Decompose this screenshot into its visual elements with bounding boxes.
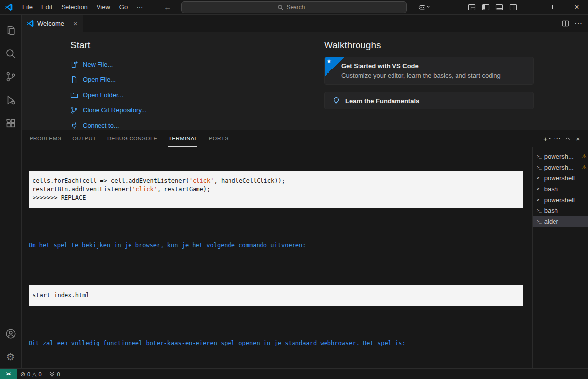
chevron-down-icon [427, 5, 430, 8]
panel-tab-debug-console[interactable]: DEBUG CONSOLE [107, 130, 157, 147]
menu-selection[interactable]: Selection [57, 0, 92, 14]
terminal-item-powershell-1[interactable]: >_ powersh... ⚠ [533, 151, 588, 162]
search-icon [277, 4, 284, 11]
plug-icon [70, 122, 78, 130]
start-item-label: Connect to... [83, 122, 119, 129]
warnings-icon: △ [32, 371, 36, 378]
search-sidebar-icon[interactable] [0, 42, 22, 65]
terminal-icon: >_ [537, 219, 541, 224]
close-button[interactable]: × [565, 0, 588, 15]
terminal-icon: >_ [537, 208, 541, 213]
toggle-primary-sidebar-icon[interactable] [479, 0, 492, 15]
warnings-count: 0 [38, 371, 41, 377]
settings-gear-icon[interactable]: ⚙ [0, 345, 22, 368]
welcome-page: Start New File... Open File... Open Fold… [22, 32, 588, 130]
terminal-item-bash-2[interactable]: >_ bash [533, 205, 588, 216]
walkthroughs-heading: Walkthroughs [324, 40, 534, 51]
terminal-output[interactable]: cells.forEach(cell => cell.addEventListe… [22, 147, 532, 368]
terminal-icon: >_ [537, 197, 541, 202]
command-center-search[interactable] [181, 1, 407, 13]
start-item-label: Clone Git Repository... [83, 106, 147, 114]
git-branch-icon [70, 106, 78, 114]
menu-view[interactable]: View [92, 0, 115, 14]
search-input[interactable] [287, 4, 311, 11]
terminal-icon: >_ [537, 175, 541, 180]
toggle-panel-icon[interactable] [492, 0, 506, 15]
radio-tower-icon [49, 371, 55, 377]
account-icon[interactable] [0, 322, 22, 345]
walkthrough-fundamentals[interactable]: Learn the Fundamentals [324, 92, 534, 109]
maximize-panel-icon[interactable] [562, 133, 573, 144]
walkthrough-get-started[interactable]: ★ Get Started with VS Code Customize you… [324, 57, 534, 85]
toggle-secondary-sidebar-icon[interactable] [506, 0, 520, 15]
terminal-item-powershell-3[interactable]: >_ powershell [533, 172, 588, 183]
run-debug-icon[interactable] [0, 88, 22, 111]
minimize-button[interactable] [520, 0, 543, 15]
activity-bar: ⚙ [0, 15, 22, 368]
titlebar: File Edit Selection View Go ⋯ ← → × [0, 0, 588, 15]
errors-count: 0 [27, 371, 30, 377]
tab-welcome[interactable]: Welcome × [22, 15, 83, 32]
menu-go[interactable]: Go [115, 0, 132, 14]
clone-repo-link[interactable]: Clone Git Repository... [70, 103, 282, 118]
connect-to-link[interactable]: Connect to... [70, 118, 282, 130]
maximize-button[interactable] [543, 0, 565, 15]
close-panel-icon[interactable]: × [573, 133, 583, 144]
open-file-icon [70, 76, 78, 84]
panel-tab-terminal[interactable]: TERMINAL [168, 130, 197, 147]
panel-tab-ports[interactable]: PORTS [209, 130, 229, 147]
walkthrough-title: Learn the Fundamentals [345, 97, 419, 104]
new-file-link[interactable]: New File... [70, 57, 282, 72]
start-item-label: Open Folder... [83, 91, 123, 99]
terminal-item-aider[interactable]: >_ aider [533, 216, 588, 227]
walkthrough-subtitle: Customize your editor, learn the basics,… [341, 72, 525, 79]
menu-more-icon[interactable]: ⋯ [132, 0, 147, 14]
panel-more-actions-icon[interactable]: ⋯ [552, 133, 562, 144]
back-arrow-icon[interactable]: ← [164, 0, 171, 15]
copilot-icon[interactable] [417, 0, 430, 15]
editor-more-actions-icon[interactable]: ⋯ [572, 16, 584, 31]
menu-edit[interactable]: Edit [37, 0, 57, 14]
explorer-icon[interactable] [0, 19, 22, 42]
new-terminal-button[interactable]: + [542, 133, 552, 144]
ports-status[interactable]: 0 [45, 369, 64, 379]
customize-layout-icon[interactable] [465, 0, 479, 15]
remote-icon: >< [6, 371, 11, 377]
remote-indicator[interactable]: >< [0, 369, 17, 379]
split-editor-icon[interactable] [559, 16, 571, 31]
panel-tab-output[interactable]: OUTPUT [72, 130, 96, 147]
errors-icon: ⊘ [20, 371, 25, 378]
tab-close-icon[interactable]: × [73, 20, 78, 27]
lightbulb-icon [332, 97, 340, 104]
terminal-item-powershell-4[interactable]: >_ powershell [533, 194, 588, 205]
vscode-file-icon [27, 20, 34, 27]
terminal-message: Om het spel te bekijken in je browser, k… [29, 241, 523, 250]
start-heading: Start [70, 40, 282, 51]
problems-status[interactable]: ⊘ 0 △ 0 [17, 369, 45, 379]
tab-label: Welcome [37, 20, 64, 27]
terminal-command-block: start index.html [29, 285, 523, 306]
terminal-icon: >_ [537, 186, 541, 191]
panel-tab-bar: PROBLEMS OUTPUT DEBUG CONSOLE TERMINAL P… [22, 130, 588, 147]
terminal-item-powershell-2[interactable]: >_ powersh... ⚠ [533, 162, 588, 172]
featured-ribbon: ★ [325, 57, 344, 77]
menu-file[interactable]: File [18, 0, 37, 14]
star-icon: ★ [327, 58, 332, 65]
terminal-code-block: cells.forEach(cell => cell.addEventListe… [29, 171, 523, 208]
plus-icon: + [543, 135, 548, 143]
open-folder-icon [70, 91, 78, 99]
editor-tab-bar: Welcome × ⋯ [22, 15, 588, 32]
source-control-icon[interactable] [0, 65, 22, 88]
open-file-link[interactable]: Open File... [70, 72, 282, 87]
extensions-icon[interactable] [0, 111, 22, 135]
bottom-panel: PROBLEMS OUTPUT DEBUG CONSOLE TERMINAL P… [22, 130, 588, 368]
start-item-label: Open File... [83, 76, 116, 83]
terminal-instance-list: >_ powersh... ⚠ >_ powersh... ⚠ >_ power… [532, 147, 588, 368]
terminal-icon: >_ [537, 154, 541, 159]
terminal-item-bash-1[interactable]: >_ bash [533, 183, 588, 194]
walkthrough-title: Get Started with VS Code [341, 62, 525, 69]
open-folder-link[interactable]: Open Folder... [70, 87, 282, 103]
panel-tab-problems[interactable]: PROBLEMS [30, 130, 61, 147]
vscode-logo-icon [0, 3, 18, 11]
ports-count: 0 [57, 371, 60, 377]
